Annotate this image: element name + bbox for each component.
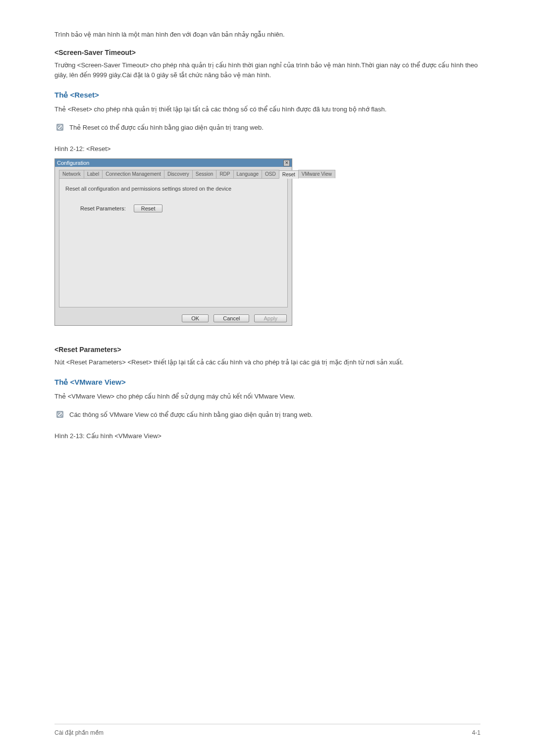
vmware-note-text: Các thông số VMware View có thể được cấu… xyxy=(69,410,313,420)
cancel-button[interactable]: Cancel xyxy=(214,314,249,322)
reset-parameters-heading: <Reset Parameters> xyxy=(54,346,481,353)
ok-button[interactable]: OK xyxy=(182,314,209,322)
tab-content: Reset all configuration and permissions … xyxy=(59,179,288,307)
dialog-tab-row: Network Label Connection Management Disc… xyxy=(59,170,288,179)
page-footer: Cài đặt phần mềm 4-1 xyxy=(54,724,481,736)
reset-tab-body: Thẻ <Reset> cho phép nhà quản trị thiết … xyxy=(54,104,481,115)
vmware-view-body: Thẻ <VMware View> cho phép cấu hình để s… xyxy=(54,392,481,402)
reset-note-row: Thẻ Reset có thể được cấu hình bằng giao… xyxy=(56,123,481,133)
reset-note-text: Thẻ Reset có thể được cấu hình bằng giao… xyxy=(69,123,264,133)
figure-2-12-caption: Hình 2-12: <Reset> xyxy=(54,145,481,152)
tab-network[interactable]: Network xyxy=(59,170,84,178)
note-icon xyxy=(56,411,63,418)
tab-reset[interactable]: Reset xyxy=(279,170,299,179)
tab-connection-management[interactable]: Connection Management xyxy=(102,170,164,178)
vmware-view-heading: Thẻ <VMware View> xyxy=(54,378,481,387)
dialog-title: Configuration xyxy=(57,160,89,166)
reset-description: Reset all configuration and permissions … xyxy=(65,186,281,192)
tab-language[interactable]: Language xyxy=(233,170,263,178)
apply-button[interactable]: Apply xyxy=(254,314,287,322)
intro-text: Trình bảo vệ màn hình là một màn hình đe… xyxy=(54,30,481,40)
tab-osd[interactable]: OSD xyxy=(262,170,279,178)
figure-2-13-caption: Hình 2-13: Cấu hình <VMware View> xyxy=(54,432,481,440)
note-icon xyxy=(56,124,63,131)
dialog-titlebar: Configuration ✕ xyxy=(55,159,292,167)
reset-parameters-body: Nút <Reset Parameters> <Reset> thiết lập… xyxy=(54,357,481,368)
reset-tab-heading: Thẻ <Reset> xyxy=(54,91,481,100)
reset-button[interactable]: Reset xyxy=(134,204,163,212)
tab-discovery[interactable]: Discovery xyxy=(164,170,193,178)
screensaver-timeout-heading: <Screen-Saver Timeout> xyxy=(54,49,481,56)
tab-rdp[interactable]: RDP xyxy=(216,170,233,178)
footer-left: Cài đặt phần mềm xyxy=(54,729,104,736)
footer-right: 4-1 xyxy=(472,729,481,736)
vmware-note-row: Các thông số VMware View có thể được cấu… xyxy=(56,410,481,420)
configuration-dialog: Configuration ✕ Network Label Connection… xyxy=(54,158,292,326)
tab-label[interactable]: Label xyxy=(84,170,103,178)
tab-vmware-view[interactable]: VMware View xyxy=(298,170,335,178)
dialog-footer: OK Cancel Apply xyxy=(55,311,292,325)
tab-session[interactable]: Session xyxy=(192,170,217,178)
close-icon[interactable]: ✕ xyxy=(283,160,290,166)
screensaver-timeout-body: Trường <Screen-Saver Timeout> cho phép n… xyxy=(54,60,481,81)
reset-parameters-label: Reset Parameters: xyxy=(80,205,126,211)
